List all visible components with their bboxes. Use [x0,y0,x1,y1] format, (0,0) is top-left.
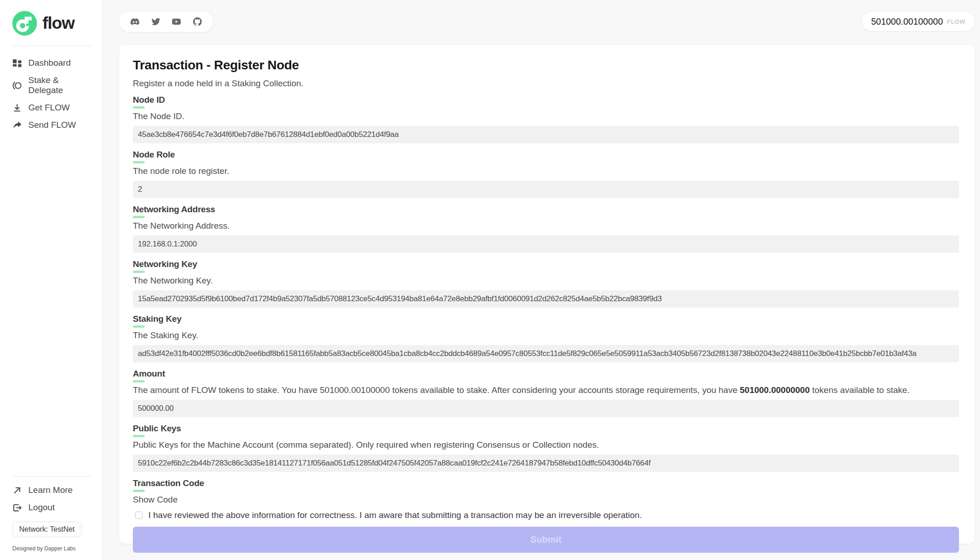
node-role-input[interactable] [133,181,959,198]
networking-address-input[interactable] [133,236,959,253]
dashboard-grid-icon [12,58,22,68]
page-subtitle: Register a node held in a Staking Collec… [133,79,959,89]
field-staking-key: Staking Key The Staking Key. [133,314,959,362]
flow-logo-icon [12,11,37,36]
public-keys-input[interactable] [133,455,959,472]
transaction-card: Transaction - Register Node Register a n… [119,45,975,544]
field-networking-key: Networking Key The Networking Key. [133,259,959,308]
network-badge: Network: TestNet [12,522,82,537]
main-area: 501000.00100000 FLOW Transaction - Regis… [103,0,980,560]
field-description: The Staking Key. [133,330,959,340]
discord-icon[interactable] [131,17,139,26]
field-label: Networking Address [133,204,959,215]
sidebar-nav: Dashboard Stake & Delegate Get FLOW Send… [12,58,91,130]
staking-key-input[interactable] [133,345,959,362]
label-underline [133,490,145,492]
confirmation-row: I have reviewed the above information fo… [133,510,959,520]
field-amount: Amount The amount of FLOW tokens to stak… [133,369,959,417]
sidebar-footer-nav: Learn More Logout [12,485,91,513]
label-underline [133,271,145,273]
sidebar-item-logout[interactable]: Logout [12,502,91,513]
field-public-keys: Public Keys Public Keys for the Machine … [133,424,959,472]
youtube-icon[interactable] [172,17,181,26]
field-label: Transaction Code [133,478,959,488]
label-underline [133,106,145,109]
label-underline [133,325,145,328]
sidebar: flow Dashboard Stake & Delegate G [0,0,103,560]
networking-key-input[interactable] [133,290,959,308]
github-icon[interactable] [193,17,202,26]
amount-input[interactable] [133,400,959,417]
sidebar-divider-bottom [12,476,91,477]
balance-currency: FLOW [947,18,965,25]
stake-circles-icon [12,81,22,90]
download-icon [12,103,22,113]
sidebar-footer: Learn More Logout Network: TestNet Desig… [12,466,91,552]
field-description: The node role to register. [133,166,959,176]
send-arrow-icon [12,120,22,130]
field-transaction-code: Transaction Code Show Code [133,478,959,505]
field-label: Node ID [133,95,959,105]
sidebar-item-label: Get FLOW [28,103,70,113]
confirm-label: I have reviewed the above information fo… [148,510,642,520]
field-description: The Networking Key. [133,276,959,286]
sidebar-item-get-flow[interactable]: Get FLOW [12,103,91,113]
sidebar-item-stake-delegate[interactable]: Stake & Delegate [12,75,91,95]
field-node-id: Node ID The Node ID. [133,95,959,143]
balance-amount: 501000.00100000 [871,16,943,27]
field-description: The Networking Address. [133,221,959,231]
confirm-checkbox[interactable] [135,512,142,519]
sidebar-item-label: Send FLOW [28,120,76,130]
field-label: Staking Key [133,314,959,324]
field-networking-address: Networking Address The Networking Addres… [133,204,959,253]
sidebar-item-label: Dashboard [28,58,71,68]
node-id-input[interactable] [133,126,959,143]
field-label: Public Keys [133,424,959,434]
show-code-toggle[interactable]: Show Code [133,495,178,505]
logout-icon [12,503,22,513]
sidebar-item-learn-more[interactable]: Learn More [12,485,91,495]
sidebar-item-label: Learn More [28,485,73,495]
field-description: Public Keys for the Machine Account (com… [133,440,959,450]
label-underline [133,161,145,163]
social-links-pill [119,11,213,32]
sidebar-divider-top [12,46,91,46]
field-description: The Node ID. [133,111,959,121]
page-title: Transaction - Register Node [133,58,959,73]
topbar: 501000.00100000 FLOW [119,11,975,32]
field-label: Node Role [133,150,959,160]
field-label: Amount [133,369,959,379]
twitter-icon[interactable] [152,17,160,26]
sidebar-item-dashboard[interactable]: Dashboard [12,58,91,68]
sidebar-item-send-flow[interactable]: Send FLOW [12,120,91,130]
label-underline [133,380,145,382]
label-underline [133,435,145,437]
sidebar-item-label: Stake & Delegate [28,75,91,95]
credit-text: Designed by Dapper Labs [12,545,91,552]
label-underline [133,216,145,218]
sidebar-item-label: Logout [28,502,55,513]
field-label: Networking Key [133,259,959,269]
field-description: The amount of FLOW tokens to stake. You … [133,385,959,395]
external-link-icon [12,486,22,495]
flow-wordmark: flow [42,14,74,33]
available-tokens-bold: 501000.00000000 [740,385,810,395]
account-balance-pill: 501000.00100000 FLOW [862,12,975,31]
field-node-role: Node Role The node role to register. [133,150,959,198]
submit-button[interactable]: Submit [133,527,959,553]
flow-logo[interactable]: flow [12,11,91,36]
